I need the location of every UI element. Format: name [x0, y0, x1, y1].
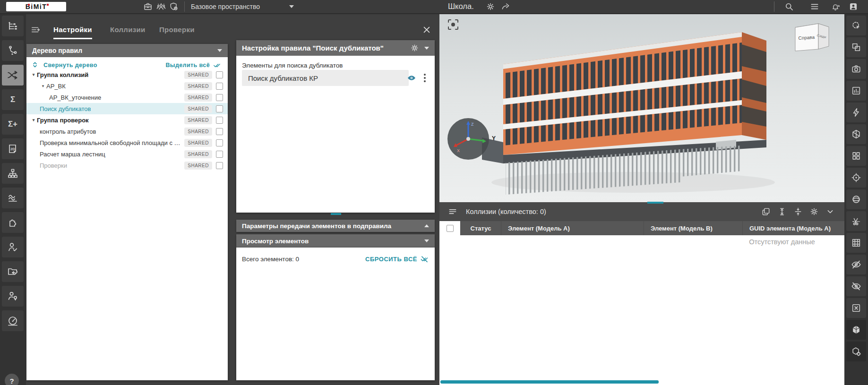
splitter-handle[interactable] [331, 213, 341, 215]
row-checkbox[interactable] [216, 71, 223, 78]
solid-cube-button[interactable] [846, 320, 866, 340]
section-box-button[interactable] [846, 124, 866, 144]
building-model[interactable] [477, 26, 789, 199]
drawings-2d-button[interactable] [2, 138, 24, 159]
preview-section-bar[interactable]: Просмотр элементов [236, 234, 435, 248]
viewport-3d[interactable]: Справа Сзади Z X Y [439, 13, 844, 202]
tab-collisions[interactable]: Коллизии [110, 26, 146, 38]
bimit-logo[interactable]: BiMiT [6, 2, 66, 11]
row-checkbox[interactable] [216, 94, 223, 101]
focus-target-icon[interactable] [447, 18, 459, 31]
horizontal-scrollbar[interactable] [440, 380, 659, 384]
collapse-tree-link[interactable]: Свернуть дерево [43, 62, 97, 68]
person-approve-button[interactable] [2, 237, 24, 257]
folder-export-button[interactable] [2, 261, 24, 282]
expand-collapse-icon[interactable] [31, 61, 40, 69]
dependency-branch-button[interactable] [2, 40, 24, 61]
gear-icon[interactable] [410, 43, 420, 53]
select-all-checkbox[interactable] [447, 225, 454, 232]
row-checkbox[interactable] [216, 105, 223, 112]
row-checkbox[interactable] [216, 117, 223, 124]
reset-all-button[interactable]: СБРОСИТЬ ВСЁ [365, 255, 429, 263]
help-button[interactable]: ? [5, 374, 19, 385]
summary-sigma-add-button[interactable]: Σ+ [2, 114, 24, 135]
rules-tree-header[interactable]: Дерево правил [26, 44, 228, 57]
kebab-menu-icon[interactable] [421, 73, 428, 83]
gear-icon[interactable] [809, 207, 819, 216]
locate-target-button[interactable] [846, 168, 866, 188]
dashboard-gauge-button[interactable] [2, 310, 24, 331]
model-settings-cube-button[interactable] [846, 342, 866, 361]
briefcase-icon[interactable] [143, 2, 153, 11]
workspace-selector[interactable]: Базовое пространство [191, 3, 260, 10]
fit-height-icon[interactable] [777, 207, 787, 216]
tree-row[interactable]: Проверка минимальной свободной площади с… [26, 137, 228, 148]
orbit-view-button[interactable] [846, 16, 866, 35]
tree-row[interactable]: ▾Группа коллизийSHARED [26, 69, 228, 80]
chart-report-button[interactable] [846, 81, 866, 101]
duplicate-view-button[interactable] [846, 37, 866, 57]
tree-row-selected[interactable]: Поиск дубликатовSHARED [26, 103, 228, 114]
show-elements-eye-button[interactable] [846, 255, 866, 274]
row-checkbox[interactable] [216, 83, 223, 90]
column-header-element-b[interactable]: Элемент (Модель B) [644, 221, 742, 235]
account-icon[interactable] [849, 2, 858, 11]
axis-gizmo[interactable]: Z X [447, 118, 489, 160]
tree-row[interactable]: ▾АР_ВКSHARED [26, 80, 228, 92]
chevron-down-icon[interactable] [424, 240, 429, 242]
list-icon[interactable] [810, 2, 819, 11]
viewports-grid-button[interactable] [846, 146, 866, 166]
select-all-link[interactable]: Выделить всё [165, 62, 210, 68]
summary-sigma-button[interactable]: Σ [2, 89, 24, 110]
share-icon[interactable] [501, 2, 510, 11]
hide-elements-eye-off-button[interactable] [846, 276, 866, 296]
row-checkbox[interactable] [216, 151, 223, 158]
tab-settings[interactable]: Настройки [53, 26, 92, 39]
plugins-puzzle-button[interactable] [2, 212, 24, 233]
tree-row[interactable]: Расчет марша лестницSHARED [26, 148, 228, 160]
hamburger-menu-icon[interactable] [448, 207, 457, 216]
graphs-waves-button[interactable] [2, 188, 24, 208]
elements-field[interactable]: Поиск дубликатов КР [242, 70, 409, 86]
tab-checks[interactable]: Проверки [159, 26, 195, 38]
column-header-element-a[interactable]: Элемент (Модель A) [501, 221, 644, 235]
grid-small-button[interactable] [846, 233, 866, 253]
duplicate-icon[interactable] [761, 207, 771, 216]
params-section-bar[interactable]: Параметры передачи элементов в подправил… [236, 220, 435, 232]
screenshot-camera-button[interactable] [846, 59, 866, 79]
caret-down-icon[interactable]: ▾ [30, 72, 37, 77]
splitter-handle[interactable] [647, 202, 663, 204]
tree-row[interactable]: ▾Группа проверокSHARED [26, 114, 228, 126]
collapse-panel-icon[interactable] [30, 25, 41, 35]
clear-image-button[interactable] [846, 298, 866, 318]
chevron-up-icon[interactable] [424, 224, 429, 227]
close-icon[interactable] [422, 25, 431, 34]
column-header-status[interactable]: Статус [460, 221, 501, 235]
navigation-cube[interactable]: Справа Сзади [794, 20, 833, 54]
project-settings-gear-icon[interactable] [486, 2, 495, 11]
search-icon[interactable] [784, 2, 794, 11]
person-location-button[interactable] [2, 286, 24, 307]
notifications-bell-icon[interactable] [831, 2, 840, 11]
eye-icon[interactable] [406, 73, 417, 83]
tree-row[interactable]: ПроверкиSHARED [26, 160, 228, 171]
caret-down-icon[interactable]: ▾ [40, 84, 46, 88]
column-header-guid-a[interactable]: GUID элемента (Модель A) [742, 221, 844, 235]
caret-down-icon[interactable]: ▾ [30, 118, 37, 122]
row-checkbox[interactable] [216, 128, 223, 135]
shield-status-icon[interactable] [169, 2, 179, 11]
double-check-icon[interactable] [213, 61, 222, 69]
split-center-icon[interactable] [793, 207, 803, 216]
sphere-view-button[interactable] [846, 189, 866, 209]
model-tree-button[interactable] [2, 16, 24, 36]
team-icon[interactable] [156, 2, 166, 11]
collision-shuffle-button[interactable] [2, 65, 24, 86]
tree-row[interactable]: АР_ВК_уточнениеSHARED [26, 92, 228, 103]
row-checkbox[interactable] [216, 162, 223, 169]
chevron-down-icon[interactable] [825, 207, 835, 216]
quick-actions-bolt-button[interactable] [846, 103, 866, 122]
workspace-dropdown-caret[interactable] [289, 5, 294, 8]
section-cut-button[interactable] [846, 211, 866, 231]
chevron-down-icon[interactable] [424, 47, 429, 50]
tree-row[interactable]: контроль атрибутовSHARED [26, 126, 228, 137]
